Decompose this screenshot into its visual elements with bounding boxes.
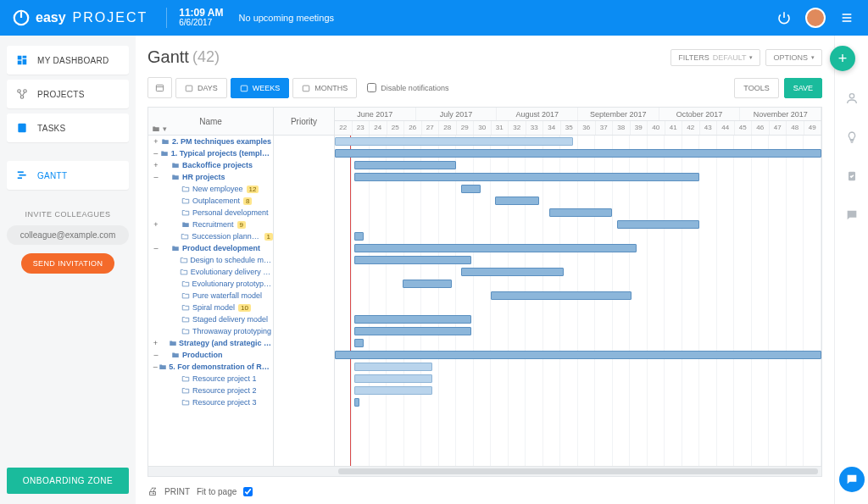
zoom-weeks-button[interactable]: WEEKS — [231, 78, 290, 98]
priority-cell — [274, 325, 334, 337]
fit-to-page-check[interactable] — [243, 487, 253, 496]
gantt-bar[interactable] — [335, 137, 573, 146]
send-invitation-button[interactable]: SEND INVITATION — [21, 253, 115, 274]
gantt-bar[interactable] — [354, 315, 471, 324]
toolbar: DAYS WEEKS MONTHS Disable notifications … — [147, 77, 822, 98]
expand-toggle[interactable]: – — [152, 149, 159, 158]
week-label: 26 — [404, 121, 422, 135]
gantt-row[interactable]: Succession planning1 — [148, 230, 273, 242]
gantt-bar[interactable] — [354, 256, 471, 264]
expand-toggle[interactable]: – — [152, 244, 160, 252]
gantt-row[interactable]: –Production — [148, 349, 273, 361]
gantt-bar[interactable] — [354, 232, 364, 241]
month-label: June 2017 — [335, 108, 416, 120]
count-badge: 9 — [237, 221, 246, 229]
gantt-row[interactable]: Resource project 2 — [148, 385, 273, 396]
gantt-row[interactable]: +Recruitment9 — [148, 219, 273, 230]
print-label[interactable]: PRINT — [164, 487, 190, 496]
logo[interactable]: easyPROJECT — [12, 8, 147, 27]
print-icon[interactable]: 🖨 — [147, 485, 158, 497]
expand-toggle[interactable]: + — [152, 161, 160, 169]
clipboard-icon[interactable] — [843, 168, 860, 185]
row-label: New employee — [192, 185, 243, 193]
add-button[interactable]: + — [830, 46, 855, 71]
gantt-row[interactable]: Pure waterfall model — [148, 290, 273, 302]
gantt-row[interactable]: Resource project 3 — [148, 396, 273, 408]
gantt-row[interactable]: +Backoffice projects — [148, 159, 273, 171]
gantt-row[interactable]: Spiral model10 — [148, 302, 273, 313]
sidebar-item-gantt[interactable]: GANTT — [7, 161, 129, 190]
folder-open-icon — [181, 315, 191, 324]
folder-toggle[interactable]: ▾ — [152, 125, 167, 133]
save-button[interactable]: SAVE — [784, 78, 822, 98]
gantt-row[interactable]: Evolutionary prototyping — [148, 278, 273, 290]
gantt-row[interactable]: Outplacement8 — [148, 195, 273, 207]
gantt-scrollbar[interactable] — [148, 466, 821, 476]
gantt-bar[interactable] — [354, 374, 432, 383]
gantt-row[interactable]: –HR projects — [148, 171, 273, 183]
gantt-bar[interactable] — [495, 197, 539, 205]
chat-fab[interactable] — [839, 467, 865, 492]
user-icon[interactable] — [843, 90, 860, 107]
gantt-bar[interactable] — [617, 220, 700, 229]
gantt-bar[interactable] — [335, 351, 821, 359]
expand-toggle[interactable]: + — [152, 220, 160, 229]
gantt-bar[interactable] — [549, 208, 613, 217]
gantt-bar[interactable] — [403, 280, 451, 288]
sidebar-item-projects[interactable]: PROJECTS — [7, 80, 129, 108]
menu-button[interactable] — [837, 8, 856, 27]
tools-button[interactable]: TOOLS — [734, 78, 778, 98]
gantt-bar[interactable] — [335, 149, 821, 158]
expand-toggle[interactable]: – — [152, 363, 159, 371]
sidebar-item-dashboard[interactable]: MY DASHBOARD — [7, 46, 129, 75]
gantt: Name ▾ Priority June 2017July 2017August… — [147, 107, 822, 477]
gantt-bar[interactable] — [354, 244, 637, 252]
expand-toggle[interactable]: + — [152, 137, 160, 146]
disable-notifications-check[interactable]: Disable notifications — [367, 83, 448, 92]
gantt-bar[interactable] — [461, 185, 481, 193]
gantt-row[interactable]: Resource project 1 — [148, 373, 273, 385]
gantt-bar[interactable] — [354, 339, 364, 347]
sidebar-item-tasks[interactable]: TASKS — [7, 114, 129, 142]
expand-toggle[interactable]: – — [152, 351, 160, 359]
week-label: 48 — [787, 121, 804, 135]
gantt-row[interactable]: +Strategy (and strategic proj… — [148, 337, 273, 349]
gantt-row[interactable]: Evolutionary delivery m… — [148, 266, 273, 278]
calendar-button[interactable] — [147, 77, 172, 98]
gantt-bar[interactable] — [354, 363, 432, 371]
gantt-row[interactable]: Personal development — [148, 207, 273, 219]
gantt-row[interactable]: –1. Typical projects (templates) — [148, 147, 273, 159]
gantt-bar[interactable] — [491, 291, 632, 300]
gantt-row[interactable]: Staged delivery model — [148, 313, 273, 325]
power-button[interactable] — [775, 8, 793, 27]
priority-cell — [274, 207, 334, 219]
expand-toggle[interactable]: – — [152, 173, 160, 181]
gantt-bar[interactable] — [354, 398, 359, 407]
gantt-row[interactable]: –5. For demonstration of Resourc… — [148, 361, 273, 373]
fit-to-page-label: Fit to page — [197, 487, 236, 496]
gantt-row[interactable]: +2. PM techniques examples — [148, 136, 273, 147]
zoom-months-button[interactable]: MONTHS — [292, 78, 357, 98]
avatar[interactable] — [805, 8, 826, 28]
gantt-row[interactable]: –Product development — [148, 242, 273, 254]
invite-email-input[interactable] — [7, 225, 129, 245]
gantt-bar[interactable] — [354, 173, 700, 181]
expand-toggle[interactable]: + — [152, 339, 159, 347]
bar-row — [335, 396, 821, 408]
filters-button[interactable]: FILTERS DEFAULT▾ — [670, 49, 760, 66]
gantt-bar[interactable] — [354, 386, 432, 395]
lightbulb-icon[interactable] — [843, 129, 860, 146]
week-label: 25 — [387, 121, 405, 135]
gantt-bar[interactable] — [354, 327, 471, 335]
onboarding-button[interactable]: ONBOARDING ZONE — [7, 468, 129, 494]
calendar-icon — [240, 84, 248, 92]
gantt-row[interactable]: Design to schedule model — [148, 254, 273, 266]
zoom-days-button[interactable]: DAYS — [175, 78, 227, 98]
chat-icon[interactable] — [843, 207, 860, 224]
gantt-icon — [15, 169, 29, 182]
options-button[interactable]: OPTIONS▾ — [765, 49, 822, 66]
gantt-row[interactable]: Throwaway prototyping — [148, 325, 273, 337]
gantt-bar[interactable] — [354, 161, 457, 169]
gantt-row[interactable]: New employee12 — [148, 183, 273, 195]
gantt-bar[interactable] — [461, 268, 564, 276]
